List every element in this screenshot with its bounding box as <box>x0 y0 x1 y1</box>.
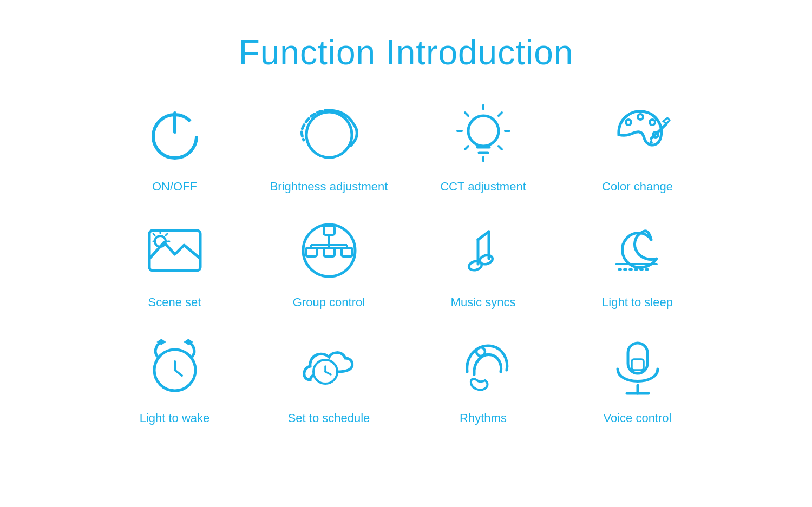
item-onoff: ON/OFF <box>103 100 246 194</box>
wake-icon <box>140 331 210 401</box>
schedule-icon <box>294 331 364 401</box>
svg-point-52 <box>476 347 485 356</box>
svg-rect-27 <box>324 226 335 235</box>
scene-label: Scene set <box>148 295 201 310</box>
svg-line-46 <box>175 370 182 376</box>
function-grid: ON/OFF Brightness adjustment <box>81 100 731 425</box>
item-cct: CCT adjustment <box>411 100 555 194</box>
svg-rect-30 <box>306 248 317 256</box>
brightness-icon <box>294 100 364 170</box>
voice-label: Voice control <box>604 411 672 425</box>
voice-icon <box>603 331 673 401</box>
item-brightness: Brightness adjustment <box>257 100 401 194</box>
brightness-label: Brightness adjustment <box>270 180 388 194</box>
schedule-label: Set to schedule <box>288 411 370 425</box>
svg-line-10 <box>465 113 468 116</box>
svg-point-15 <box>638 114 643 120</box>
svg-line-11 <box>499 113 502 116</box>
onoff-label: ON/OFF <box>152 180 197 194</box>
svg-point-14 <box>626 120 631 125</box>
music-label: Music syncs <box>451 295 516 310</box>
item-voice: Voice control <box>566 331 709 425</box>
rhythms-icon <box>448 331 519 401</box>
item-scene: Scene set <box>103 215 246 310</box>
cct-label: CCT adjustment <box>440 180 526 194</box>
rhythms-label: Rhythms <box>460 411 507 425</box>
group-label: Group control <box>293 295 365 310</box>
item-schedule: Set to schedule <box>257 331 401 425</box>
group-icon <box>294 215 364 286</box>
svg-point-2 <box>306 112 352 157</box>
color-icon <box>603 100 673 170</box>
onoff-icon <box>140 100 210 170</box>
sleep-label: Light to sleep <box>602 295 673 310</box>
svg-rect-32 <box>342 248 352 256</box>
svg-line-12 <box>465 146 468 149</box>
item-color: Color change <box>566 100 709 194</box>
page-title: Function Introduction <box>239 32 574 73</box>
svg-point-26 <box>303 225 355 276</box>
item-rhythms: Rhythms <box>411 331 555 425</box>
svg-line-22 <box>166 234 167 235</box>
wake-label: Light to wake <box>140 411 210 425</box>
color-label: Color change <box>602 180 673 194</box>
svg-line-25 <box>153 234 155 235</box>
music-icon <box>448 215 519 286</box>
svg-marker-48 <box>185 340 192 344</box>
svg-point-41 <box>468 260 482 272</box>
svg-rect-31 <box>324 248 335 256</box>
svg-point-16 <box>650 120 655 125</box>
svg-rect-54 <box>632 359 644 370</box>
svg-point-3 <box>468 116 499 146</box>
sleep-icon <box>603 215 673 286</box>
svg-marker-47 <box>158 340 165 344</box>
item-sleep: Light to sleep <box>566 215 709 310</box>
item-wake: Light to wake <box>103 331 246 425</box>
scene-icon <box>140 215 210 286</box>
svg-rect-53 <box>628 343 647 373</box>
item-group: Group control <box>257 215 401 310</box>
cct-icon <box>448 100 519 170</box>
svg-line-39 <box>478 232 489 240</box>
svg-line-13 <box>499 146 502 149</box>
item-music: Music syncs <box>411 215 555 310</box>
